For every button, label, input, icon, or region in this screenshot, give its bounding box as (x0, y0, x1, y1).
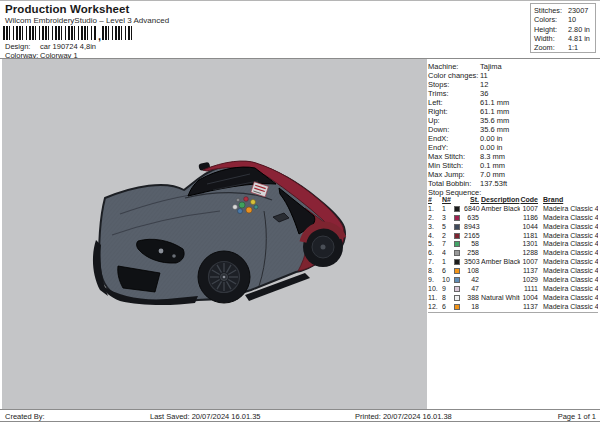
table-header-row: #N#St.DescriptionCodeBrand (428, 196, 598, 205)
machine-info-value: 8.3 mm (480, 152, 505, 161)
machine-info-row: EndX:0.00 in (428, 134, 598, 143)
cell-needle: 2 (442, 232, 454, 241)
cell-index: 4. (428, 232, 442, 241)
footer-divider-bottom (0, 421, 600, 422)
cell-stitches: 258 (464, 249, 481, 258)
cell-brand: Madeira Classic 40 (540, 285, 598, 294)
stop-sequence-row: 7.13503Amber Black1007Madeira Classic 40 (428, 258, 598, 267)
headlight-glint (159, 249, 164, 254)
machine-info-row: Trims:36 (428, 89, 598, 98)
cell-stitches: 47 (464, 285, 481, 294)
machine-info-label: Right: (428, 107, 480, 116)
machine-info-label: Down: (428, 125, 480, 134)
column-header-brand: Brand (540, 196, 598, 205)
cell-brand: Madeira Classic 40 (540, 249, 598, 258)
summary-row: Height:2.80 in (534, 25, 592, 34)
summary-label: Colors: (534, 15, 568, 24)
footer-divider-top (0, 409, 600, 410)
printed-text: Printed: 20/07/2024 16.01.38 (355, 412, 452, 421)
cell-index: 1. (428, 205, 442, 214)
thread-color-swatch (454, 224, 460, 230)
thread-color-swatch (454, 250, 460, 256)
cell-index: 3. (428, 223, 442, 232)
cell-description: Amber Black (481, 258, 520, 267)
car-design-image (2, 59, 427, 409)
thread-color-swatch (454, 268, 460, 274)
cell-index: 10. (428, 285, 442, 294)
machine-info-value: 11 (480, 71, 488, 80)
barcode-segment-left (3, 26, 97, 40)
cell-code: 1111 (520, 285, 540, 294)
machine-info-label: EndX: (428, 134, 480, 143)
cell-swatch (454, 249, 464, 258)
cell-description (481, 285, 520, 294)
cell-needle: 7 (442, 240, 454, 249)
cell-stitches: 18 (464, 303, 481, 312)
stop-sequence-row: 2.36351186Madeira Classic 40 (428, 214, 598, 223)
cell-stitches: 388 (464, 294, 481, 303)
cell-brand: Madeira Classic 40 (540, 303, 598, 312)
page-number: Page 1 of 1 (558, 412, 596, 421)
machine-info-value: 35.6 mm (480, 125, 509, 134)
stop-sequence-row: 4.221651181Madeira Classic 40 (428, 232, 598, 241)
cell-description: Amber Black (481, 205, 520, 214)
machine-info-value: 61.1 mm (480, 107, 509, 116)
stop-sequence-row: 6.42581288Madeira Classic 40 (428, 249, 598, 258)
column-header-index: # (428, 196, 442, 205)
cell-index: 6. (428, 249, 442, 258)
machine-info-label: Max Stitch: (428, 152, 480, 161)
table-bottom-divider (428, 312, 598, 313)
machine-info-label: Up: (428, 116, 480, 125)
cell-code: 1288 (520, 249, 540, 258)
cell-brand: Madeira Classic 40 (540, 276, 598, 285)
cell-swatch (454, 294, 464, 303)
cell-stitches: 42 (464, 276, 481, 285)
summary-row: Stitches:23007 (534, 6, 592, 15)
production-worksheet-page: Production Worksheet Wilcom EmbroiderySt… (0, 0, 600, 424)
stop-sequence-row: 8.61081137Madeira Classic 40 (428, 267, 598, 276)
machine-info-row: Machine:Tajima (428, 62, 598, 71)
stop-sequence-row: 5.7581301Madeira Classic 40 (428, 240, 598, 249)
stop-sequence-row: 1.16840Amber Black1007Madeira Classic 40 (428, 205, 598, 214)
machine-info-value: 12 (480, 80, 488, 89)
cell-index: 7. (428, 258, 442, 267)
column-header-code: Code (520, 196, 540, 205)
cell-index: 9. (428, 276, 442, 285)
summary-box: Stitches:23007Colors:10Height:2.80 inWid… (530, 3, 596, 53)
cell-stitches: 6840 (464, 205, 481, 214)
cell-brand: Madeira Classic 40 (540, 205, 598, 214)
machine-info-row: Max Jump:7.0 mm (428, 170, 598, 179)
cell-swatch (454, 276, 464, 285)
cell-stitches: 2165 (464, 232, 481, 241)
cell-code: 1186 (520, 214, 540, 223)
cell-code: 1044 (520, 223, 540, 232)
cell-brand: Madeira Classic 40 (540, 240, 598, 249)
cell-swatch (454, 240, 464, 249)
cell-brand: Madeira Classic 40 (540, 294, 598, 303)
cell-needle: 6 (442, 303, 454, 312)
cell-stitches: 108 (464, 267, 481, 276)
stop-sequence-row: 12.6181137Madeira Classic 40 (428, 303, 598, 312)
thread-color-swatch (454, 304, 460, 310)
design-row: Design: car 190724 4,8in (5, 42, 96, 51)
machine-info-row: EndY:0.00 in (428, 143, 598, 152)
machine-info-value: 61.1 mm (480, 98, 509, 107)
cell-code: 1029 (520, 276, 540, 285)
cell-stitches: 635 (464, 214, 481, 223)
cell-index: 8. (428, 267, 442, 276)
cell-description (481, 303, 520, 312)
column-header-description: Description (481, 196, 520, 205)
cell-description (481, 240, 520, 249)
machine-info-value: 0.00 in (480, 143, 503, 152)
column-header-needle: N# (442, 196, 454, 205)
machine-info-value: 0.00 in (480, 134, 503, 143)
stop-sequence-row: 11.8388Natural White1004Madeira Classic … (428, 294, 598, 303)
thread-color-swatch (454, 215, 460, 221)
cell-index: 12. (428, 303, 442, 312)
cell-description (481, 267, 520, 276)
cell-needle: 8 (442, 294, 454, 303)
barcode-segment-right (102, 26, 132, 40)
machine-info-value: 35.6 mm (480, 116, 509, 125)
cell-description (481, 249, 520, 258)
cell-swatch (454, 267, 464, 276)
